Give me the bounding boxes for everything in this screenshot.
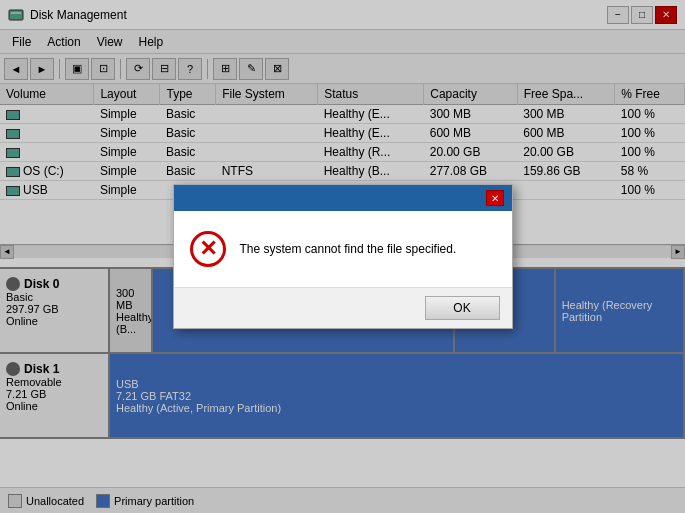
error-dialog: ✕ ✕ The system cannot find the file spec…: [173, 184, 513, 329]
error-icon: ✕: [190, 231, 226, 267]
modal-titlebar: ✕: [174, 185, 512, 211]
modal-close-button[interactable]: ✕: [486, 190, 504, 206]
ok-button[interactable]: OK: [425, 296, 500, 320]
modal-message: The system cannot find the file specifie…: [240, 242, 457, 256]
modal-overlay: ✕ ✕ The system cannot find the file spec…: [0, 0, 685, 513]
modal-body: ✕ The system cannot find the file specif…: [174, 211, 512, 287]
modal-footer: OK: [174, 287, 512, 328]
